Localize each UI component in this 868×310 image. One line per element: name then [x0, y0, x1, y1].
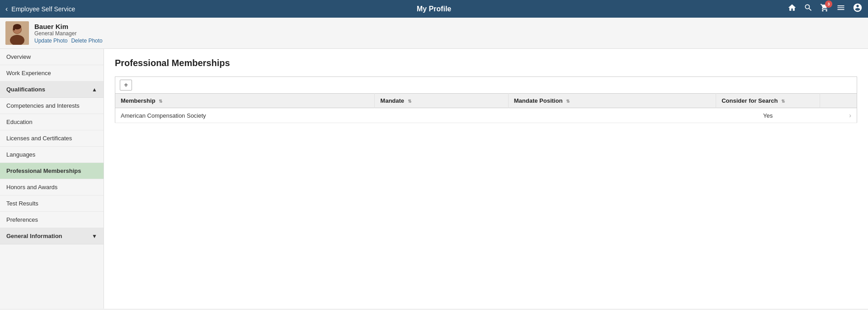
content-title: Professional Memberships: [115, 58, 857, 68]
nav-back-section[interactable]: ‹ Employee Self Service: [5, 5, 75, 13]
cart-icon[interactable]: 3: [820, 3, 829, 14]
add-row: +: [115, 76, 857, 93]
main-layout: Overview Work Experience Qualifications …: [0, 49, 868, 309]
sidebar-item-education[interactable]: Education: [0, 114, 104, 130]
consider-sort-icon: ⇅: [781, 99, 785, 104]
sidebar-item-preferences[interactable]: Preferences: [0, 212, 104, 228]
mandate-sort-icon: ⇅: [408, 99, 411, 104]
menu-icon[interactable]: [836, 3, 845, 14]
mandate-position-sort-icon: ⇅: [566, 99, 570, 104]
table-row[interactable]: American Compensation Society Yes ›: [115, 108, 857, 123]
avatar-image: [5, 21, 29, 45]
delete-photo-link[interactable]: Delete Photo: [71, 38, 102, 44]
sidebar-section-general-information[interactable]: General Information ▼: [0, 228, 104, 244]
photo-links: Update Photo Delete Photo: [34, 38, 103, 44]
app-title: Employee Self Service: [11, 5, 75, 13]
col-header-consider-for-search[interactable]: Consider for Search ⇅: [716, 94, 820, 108]
sidebar: Overview Work Experience Qualifications …: [0, 49, 104, 309]
update-photo-link[interactable]: Update Photo: [34, 38, 67, 44]
profile-info: Bauer Kim General Manager Update Photo D…: [34, 23, 103, 44]
cell-mandate: [375, 108, 508, 123]
back-arrow-icon[interactable]: ‹: [5, 5, 8, 13]
sidebar-item-test-results[interactable]: Test Results: [0, 196, 104, 212]
user-circle-icon[interactable]: [853, 3, 863, 15]
col-header-membership[interactable]: Membership ⇅: [115, 94, 375, 108]
general-information-chevron-icon: ▼: [92, 233, 97, 239]
profile-name: Bauer Kim: [34, 23, 103, 30]
svg-rect-5: [13, 27, 15, 30]
cell-membership: American Compensation Society: [115, 108, 375, 123]
memberships-table: Membership ⇅ Mandate ⇅ Mandate Position …: [115, 93, 857, 123]
sidebar-section-qualifications-label: Qualifications: [6, 86, 45, 93]
cell-row-arrow[interactable]: ›: [820, 108, 857, 123]
page-title: My Profile: [417, 5, 451, 13]
col-header-mandate[interactable]: Mandate ⇅: [375, 94, 508, 108]
cell-mandate-position: [508, 108, 716, 123]
main-content: Professional Memberships + Membership ⇅ …: [104, 49, 868, 309]
sidebar-item-work-experience[interactable]: Work Experience: [0, 65, 104, 81]
add-button[interactable]: +: [120, 80, 132, 91]
sidebar-section-qualifications[interactable]: Qualifications ▲: [0, 81, 104, 98]
table-header: Membership ⇅ Mandate ⇅ Mandate Position …: [115, 94, 857, 108]
qualifications-chevron-icon: ▲: [92, 86, 97, 93]
cell-consider-for-search: Yes: [716, 108, 820, 123]
home-icon[interactable]: [788, 3, 797, 14]
col-header-arrow: [820, 94, 857, 108]
sidebar-item-overview[interactable]: Overview: [0, 49, 104, 65]
col-header-mandate-position-label: Mandate Position: [514, 97, 563, 104]
sidebar-item-languages[interactable]: Languages: [0, 147, 104, 163]
col-header-consider-label: Consider for Search: [722, 97, 778, 104]
sidebar-item-honors-awards[interactable]: Honors and Awards: [0, 179, 104, 196]
sidebar-item-licenses[interactable]: Licenses and Certificates: [0, 130, 104, 147]
top-navigation: ‹ Employee Self Service My Profile 3: [0, 0, 868, 18]
profile-header: Bauer Kim General Manager Update Photo D…: [0, 18, 868, 49]
sidebar-section-general-information-label: General Information: [6, 233, 62, 239]
col-header-membership-label: Membership: [121, 97, 156, 104]
sidebar-item-competencies[interactable]: Competencies and Interests: [0, 98, 104, 114]
col-header-mandate-position[interactable]: Mandate Position ⇅: [508, 94, 716, 108]
sidebar-item-professional-memberships[interactable]: Professional Memberships: [0, 163, 104, 179]
membership-sort-icon: ⇅: [159, 99, 162, 104]
cart-badge: 3: [825, 0, 832, 8]
profile-job-title: General Manager: [34, 30, 103, 37]
search-icon[interactable]: [804, 3, 813, 14]
nav-actions: 3: [788, 3, 863, 15]
col-header-mandate-label: Mandate: [380, 97, 404, 104]
avatar: [5, 21, 29, 45]
table-body: American Compensation Society Yes ›: [115, 108, 857, 123]
